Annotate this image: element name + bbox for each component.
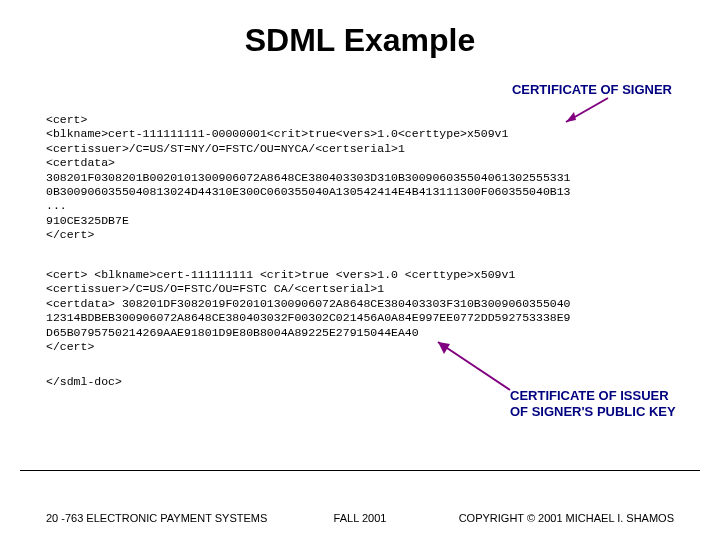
slide-title: SDML Example	[0, 0, 720, 59]
label-cert-signer: CERTIFICATE OF SIGNER	[512, 82, 672, 97]
footer-right: COPYRIGHT © 2001 MICHAEL I. SHAMOS	[459, 512, 674, 524]
arrow-issuer	[430, 338, 520, 398]
svg-line-2	[438, 342, 510, 390]
code-block-signer-cert: <cert> <blkname>cert-111111111-00000001<…	[46, 113, 571, 242]
label-cert-issuer: CERTIFICATE OF ISSUER OF SIGNER'S PUBLIC…	[510, 388, 676, 419]
code-block-close-tag: </sdml-doc>	[46, 375, 122, 389]
label-cert-issuer-line1: CERTIFICATE OF ISSUER	[510, 388, 669, 403]
label-cert-issuer-line2: OF SIGNER'S PUBLIC KEY	[510, 404, 676, 419]
divider	[20, 470, 700, 471]
